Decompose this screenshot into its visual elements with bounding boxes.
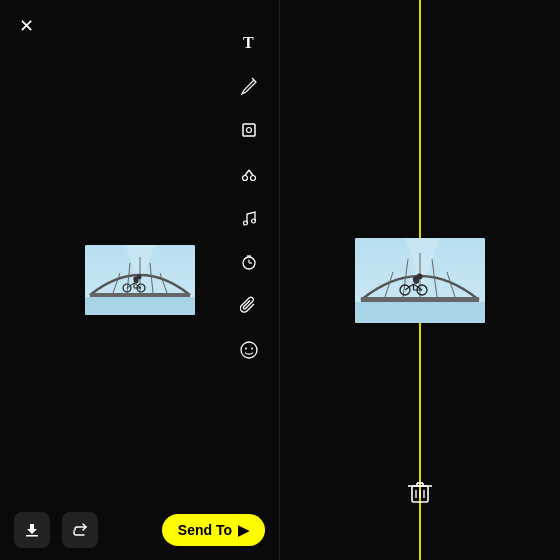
attach-tool-button[interactable] — [235, 292, 263, 320]
svg-point-49 — [417, 273, 423, 279]
svg-point-15 — [251, 348, 253, 350]
svg-point-14 — [245, 348, 247, 350]
delete-button[interactable] — [407, 478, 433, 510]
crop-tool-button[interactable] — [235, 116, 263, 144]
svg-rect-32 — [85, 297, 195, 315]
svg-rect-50 — [355, 302, 485, 323]
svg-point-4 — [251, 176, 256, 181]
svg-text:T: T — [243, 34, 254, 51]
svg-rect-1 — [243, 124, 255, 136]
timer-tool-button[interactable] — [235, 248, 263, 276]
svg-point-13 — [241, 342, 257, 358]
scissors-tool-button[interactable] — [235, 160, 263, 188]
svg-rect-33 — [26, 535, 38, 537]
close-button[interactable]: ✕ — [14, 14, 38, 38]
send-to-button[interactable]: Send To ▶ — [162, 514, 265, 546]
svg-point-3 — [243, 176, 248, 181]
snap-preview-left — [85, 245, 195, 315]
music-tool-button[interactable] — [235, 204, 263, 232]
edit-toolbar: T — [235, 28, 263, 364]
share-button[interactable] — [62, 512, 98, 548]
text-tool-button[interactable]: T — [235, 28, 263, 56]
left-panel: ✕ T — [0, 0, 280, 560]
sticker-tool-button[interactable] — [235, 336, 263, 364]
bottom-bar: Send To ▶ — [0, 512, 279, 548]
send-to-arrow-icon: ▶ — [238, 522, 249, 538]
draw-tool-button[interactable] — [235, 72, 263, 100]
svg-point-2 — [247, 128, 252, 133]
svg-rect-36 — [361, 297, 479, 302]
svg-line-6 — [249, 170, 253, 176]
close-icon: ✕ — [19, 15, 34, 37]
save-button[interactable] — [14, 512, 50, 548]
bottom-left-actions — [14, 512, 104, 548]
svg-point-31 — [136, 275, 141, 280]
right-panel — [280, 0, 560, 560]
svg-line-5 — [245, 170, 249, 176]
snap-preview-right — [355, 238, 485, 323]
send-to-label: Send To — [178, 522, 232, 538]
svg-rect-18 — [90, 293, 190, 297]
